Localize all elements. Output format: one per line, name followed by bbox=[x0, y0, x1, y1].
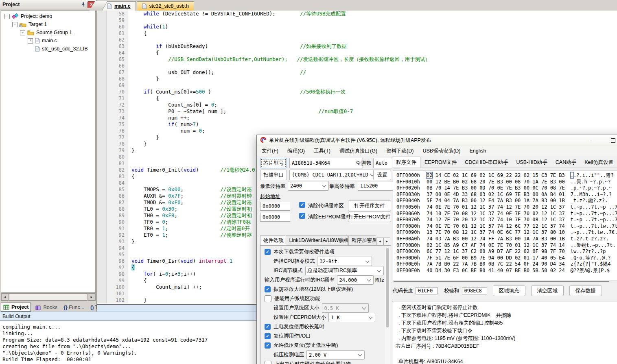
code-address-input[interactable]: 0x0000 bbox=[260, 202, 290, 211]
hw-option-checkbox[interactable]: ✓ bbox=[265, 333, 271, 339]
hex-ascii: t.~p ..7t.~p...7 bbox=[571, 217, 617, 223]
code-text bbox=[128, 180, 135, 186]
menu-item[interactable]: USB驱动安装(D) bbox=[422, 148, 460, 155]
tab-glyph-icon: {} bbox=[63, 305, 68, 310]
port-settings-button[interactable]: 设置 bbox=[373, 170, 391, 180]
isp-titlebar[interactable]: 单片机在线升级编程仿真调试平台软件 (V6.95C), 远程现场升级APP发布 … bbox=[257, 135, 617, 146]
pin-icon[interactable] bbox=[80, 2, 87, 8]
chevron-down-icon bbox=[365, 259, 370, 263]
hex-viewer[interactable]: 0FF0000h02 14 CE 02 1C 69 02 1C 69 22 22… bbox=[393, 170, 617, 281]
line-number: 77 bbox=[107, 134, 128, 141]
menu-item[interactable]: 编程(O) bbox=[287, 148, 305, 155]
hex-ascii: t.~p...7t.~p...7 bbox=[571, 211, 617, 217]
code-text: Count_ms[i] ++; bbox=[128, 284, 202, 290]
open-eeprom-button[interactable]: 打开EEPROM文件 bbox=[348, 211, 391, 222]
editor-tab-main.c[interactable]: main.c bbox=[102, 1, 136, 11]
collapse-icon[interactable]: − bbox=[12, 22, 18, 27]
panel-tab-books[interactable]: Books bbox=[33, 303, 59, 312]
project-tree[interactable]: −Project: demo−Target 1−Source Group 1+m… bbox=[1, 10, 96, 293]
code-text: num ++; bbox=[128, 115, 190, 121]
chip-model-button[interactable]: 芯片型号 bbox=[260, 158, 287, 168]
hw-option-checkbox[interactable] bbox=[265, 295, 271, 302]
minimize-button[interactable]: – bbox=[585, 135, 597, 146]
menu-item[interactable]: English bbox=[469, 148, 486, 154]
file-tab-3[interactable]: USB-HID助手 bbox=[512, 157, 551, 168]
tab-scroll-right-icon[interactable]: ► bbox=[383, 238, 390, 245]
hw-option-checkbox[interactable]: ✓ bbox=[265, 324, 271, 330]
scroll-right-icon[interactable]: ► bbox=[88, 294, 95, 301]
eeprom-address-input[interactable]: 0x0000 bbox=[260, 213, 290, 222]
options-vscrollbar[interactable] bbox=[385, 246, 390, 364]
option-tab-2[interactable]: 程序加密后 bbox=[348, 235, 376, 245]
hw-option-checkbox[interactable]: ✓ bbox=[265, 249, 271, 255]
hex-address: 0FF0040h bbox=[396, 198, 427, 204]
menu-item[interactable]: 调试仿真接口(G) bbox=[339, 148, 377, 155]
tree-item[interactable]: stc_usb_cdc_32.LIB bbox=[1, 45, 95, 53]
fill-region-button[interactable]: 区域填充 bbox=[493, 286, 525, 296]
project-hscrollbar[interactable]: ◄ ► bbox=[1, 293, 96, 301]
chip-model-select[interactable]: AI8051U-34K64 bbox=[289, 158, 363, 168]
scroll-left-icon[interactable]: ◄ bbox=[1, 294, 9, 301]
select-value: 总是动态调节IRC频率 bbox=[308, 267, 357, 274]
chip-info-line: . 内部参考电压: 1195 mV (参考范围: 1100~1300mV) bbox=[396, 335, 617, 342]
option-tab-1[interactable]: Link1D/Writer1A/U8W脱机 bbox=[286, 235, 348, 245]
tree-item[interactable]: −Source Group 1 bbox=[1, 28, 95, 37]
hw-option-select[interactable]: 24.000 bbox=[337, 275, 374, 285]
file-tab-5[interactable]: Keil仿真设置 bbox=[580, 157, 617, 168]
file-tab-4[interactable]: CAN助手 bbox=[551, 157, 580, 168]
hex-hscrollbar[interactable] bbox=[393, 280, 615, 283]
line-number: 67 bbox=[107, 69, 128, 76]
hw-option-checkbox[interactable] bbox=[265, 361, 271, 364]
code-margin bbox=[97, 199, 107, 206]
scan-port-button[interactable]: 扫描串口 bbox=[260, 170, 287, 180]
editor-tab-stc32_stc8_usb.h[interactable]: stc32_stc8_usb.h bbox=[137, 1, 194, 11]
clear-code-checkbox[interactable]: ✓ bbox=[299, 202, 305, 208]
collapse-icon[interactable]: − bbox=[20, 30, 25, 35]
panel-tab-project[interactable]: Project bbox=[1, 303, 31, 312]
collapse-icon[interactable]: − bbox=[4, 14, 10, 19]
code-margin bbox=[97, 134, 107, 141]
tree-item[interactable]: +main.c bbox=[1, 37, 95, 45]
file-icon bbox=[35, 38, 40, 44]
maximize-button[interactable] bbox=[607, 135, 617, 146]
hw-option-select[interactable]: 1 K bbox=[328, 313, 375, 322]
expand-icon[interactable]: + bbox=[28, 38, 33, 44]
project-panel-header: Project x bbox=[0, 0, 96, 9]
tab-scroll-left-icon[interactable]: ◄ bbox=[376, 238, 383, 245]
chevron-down-icon bbox=[369, 315, 373, 319]
serial-port-select[interactable]: (COM8) CDC1-UART1,2CDC+HID bbox=[289, 170, 377, 180]
tree-item[interactable]: −Project: demo bbox=[1, 12, 95, 20]
select-value: 2.00 V bbox=[309, 352, 326, 358]
panel-tab-func[interactable]: {}Func... bbox=[61, 303, 86, 312]
save-data-button[interactable]: 保存数据 bbox=[569, 286, 602, 296]
hscroll-thumb[interactable] bbox=[9, 294, 88, 301]
option-tab-0[interactable]: 硬件选项 bbox=[260, 235, 285, 245]
code-text: AUXR &= 0x7F; //定时器时钟 bbox=[128, 193, 252, 199]
hw-option-checkbox[interactable]: ✓ bbox=[265, 286, 271, 292]
hw-option-select[interactable]: 0.5 K bbox=[322, 303, 369, 313]
hex-address: 0FF0010h bbox=[396, 179, 427, 185]
hex-row: 0FF0020h0B 70 14 7E B3 00 0D 70 0E 7E B3… bbox=[396, 185, 617, 192]
clear-region-button[interactable]: 清空区域 bbox=[531, 286, 564, 296]
code-margin bbox=[97, 290, 107, 297]
vscroll-thumb[interactable] bbox=[386, 248, 389, 327]
hex-hscroll-thumb[interactable] bbox=[394, 281, 609, 282]
hw-option-checkbox[interactable]: ✓ bbox=[265, 342, 271, 349]
hex-bytes: 7A 7B B0 22 7A 7B B0 0B 7C 22 54 0F 24 9… bbox=[427, 261, 565, 268]
file-tab-0[interactable]: 程序文件 bbox=[392, 157, 420, 168]
file-tab-1[interactable]: EEPROM文件 bbox=[420, 157, 461, 168]
code-text: TH0 = 0xF8; //设置定时初 bbox=[128, 212, 252, 219]
min-baud-select[interactable]: 2400 bbox=[288, 181, 329, 191]
hw-option-select[interactable]: 32-Bit bbox=[317, 257, 372, 266]
code-line: 70 if( Count_ms[0]>=500 ) //500毫秒执行一次 bbox=[97, 89, 617, 95]
file-tab-2[interactable]: CDC/HID-串口助手 bbox=[461, 157, 512, 168]
menu-item[interactable]: 工具(T) bbox=[314, 148, 330, 155]
menu-item[interactable]: 资料下载(D) bbox=[386, 148, 414, 155]
clear-eeprom-checkbox[interactable]: ✓ bbox=[299, 213, 305, 219]
menu-item[interactable]: 文件(F) bbox=[262, 148, 278, 155]
tree-item[interactable]: −Target 1 bbox=[1, 20, 95, 28]
open-program-button[interactable]: 打开程序文件 bbox=[348, 201, 391, 211]
hw-option-select[interactable]: 总是动态调节IRC频率 bbox=[305, 266, 384, 275]
hw-option-select[interactable]: 2.00 V bbox=[306, 350, 365, 360]
code-margin bbox=[97, 160, 107, 167]
